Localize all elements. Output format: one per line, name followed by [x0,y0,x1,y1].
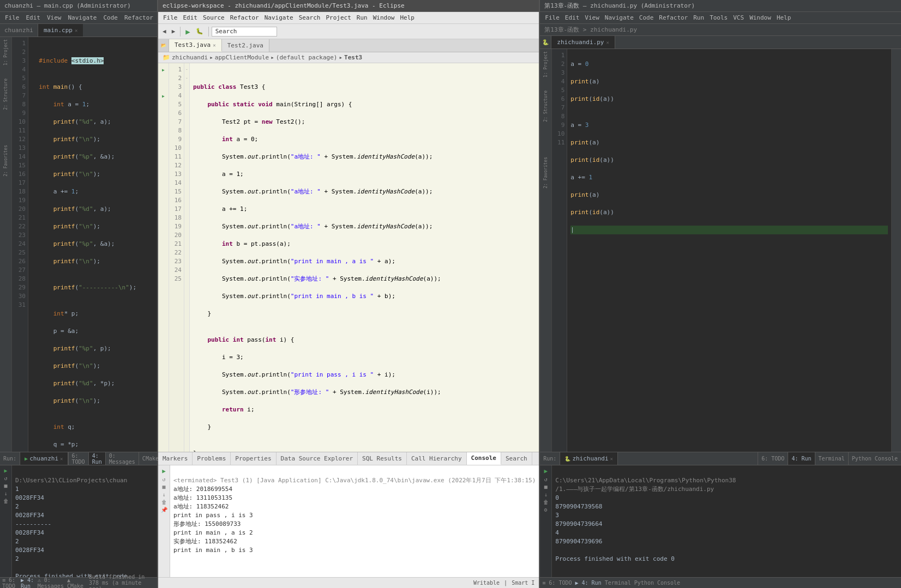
ec-console-tab[interactable]: Console [467,452,501,465]
py-project-icon[interactable]: 1: Project [543,51,548,77]
py-console-tab[interactable]: Python Console [848,452,901,465]
clion-run-tab-active[interactable]: ▶ chuanzhi ✕ [20,452,68,465]
clion-menu-code[interactable]: Code [100,14,121,22]
clion-menu-edit[interactable]: Edit [23,14,44,22]
py-menu-vcs[interactable]: VCS [730,14,747,22]
clion-menu-file[interactable]: File [2,14,22,22]
clion-tab-main[interactable]: main.cpp ✕ [38,24,83,37]
ec-menu-search[interactable]: Search [296,14,323,22]
clion-todo-status[interactable]: ≡ 6: TODO [2,577,17,589]
ec-run-pin[interactable]: 📌 [161,507,167,513]
run-rerun-btn[interactable]: ↺ [4,475,7,481]
py-pyconsole-status[interactable]: Python Console [634,580,680,586]
py-terminal-tab[interactable]: Terminal [815,452,848,465]
clion-build-status: Build finished in 378 ms (a minute ago) [89,574,155,588]
run-play-btn[interactable]: ▶ [4,468,7,474]
ec-run-rerun[interactable]: ↺ [162,476,165,482]
py-favorites-icon[interactable]: 2: Favorites [543,157,548,189]
python-code[interactable]: a = 0 print(a) print(id(a)) a = 3 print(… [567,49,891,452]
clion-structure-icon[interactable]: 2: Structure [3,78,8,110]
py-menu-run[interactable]: Run [690,14,707,22]
ec-menu-source[interactable]: Source [200,14,227,22]
clion-title-bar: chuanzhi – main.cpp (Administrator) [0,0,157,12]
clion-menu-navigate[interactable]: Navigate [65,14,100,22]
clion-cmake-status[interactable]: ▲ CMake [67,577,83,589]
eclipse-tab3-close[interactable]: ✕ [213,43,215,48]
py-run-play[interactable]: ▶ [544,468,548,475]
py-menu-help[interactable]: Help [774,14,794,22]
ec-datasource-tab[interactable]: Data Source Explorer [277,452,358,465]
py-menu-file[interactable]: File [542,14,562,22]
ec-run-clear[interactable]: 🗑 [161,499,167,505]
py-run-scroll[interactable]: ↓ [544,492,548,498]
ec-menu-file[interactable]: File [160,14,181,22]
py-menu-code[interactable]: Code [636,14,657,22]
run-clear-btn[interactable]: 🗑 [3,498,9,504]
ec-properties-tab[interactable]: Properties [231,452,276,465]
ec-run-scroll[interactable]: ↓ [162,492,165,498]
py-menu-tools[interactable]: Tools [707,14,730,22]
clion-msg-status[interactable]: ⚠ 0: Messages [38,577,64,589]
eclipse-tab-bar: 📂 Test3.java ✕ Test2.java [158,39,539,52]
clion-code[interactable]: #include <stdio.h> int main() { int a = … [28,37,157,452]
py-run-clear[interactable]: 🗑 [543,499,549,505]
eclipse-code[interactable]: public class Test3 { public static void … [190,63,539,452]
py-menu-view[interactable]: View [582,14,602,22]
eclipse-tab-test3[interactable]: Test3.java ✕ [169,39,222,52]
ec-menu-run[interactable]: Run [354,14,370,22]
clion-messages-tab[interactable]: 0: Messages [105,452,139,465]
ec-search-input-area[interactable]: Search [212,27,277,37]
py-menu-refactor[interactable]: Refactor [656,14,690,22]
eclipse-tab-test2[interactable]: Test2.java [222,39,269,52]
ec-run-play[interactable]: ▶ [162,468,166,475]
clion-menu-refactor[interactable]: Refactor [122,14,156,22]
py-run-settings[interactable]: ⚙ [544,507,548,513]
py-menu-edit[interactable]: Edit [562,14,582,22]
ec-run-btn[interactable]: ▶ [183,26,192,37]
ec-markers-tab[interactable]: Markers [158,452,193,465]
breadcrumb-zhichuandi[interactable]: zhichuandi [172,54,208,61]
py-run-rerun[interactable]: ↺ [544,476,548,482]
ec-menu-navigate[interactable]: Navigate [262,14,296,22]
clion-run-tab-label[interactable]: 4: Run [88,452,105,465]
run-stop-btn[interactable]: ■ [4,483,7,489]
clion-todo-tab[interactable]: 6: TODO [68,452,88,465]
ec-toolbar-forward[interactable]: ▶ [170,27,178,36]
run-scroll-btn[interactable]: ↓ [4,490,7,496]
ec-problems-tab[interactable]: Problems [193,452,231,465]
py-todo-tab[interactable]: 6: TODO [758,452,788,465]
ec-menu-edit[interactable]: Edit [181,14,201,22]
ec-run-stop[interactable]: ■ [162,484,165,490]
py-run-status[interactable]: ▶ 4: Run [575,580,601,586]
py-todo-status[interactable]: ≡ 6: TODO [542,580,572,586]
ec-debug-btn[interactable]: 🐛 [194,27,206,36]
python-title: 第13章-函数 – zhichuandi.py (Administrator) [544,2,695,10]
clion-run-status[interactable]: ▶ 4: Run [21,577,34,589]
clion-menu-view[interactable]: View [44,14,64,22]
ec-callhierarchy-tab[interactable]: Call Hierarchy [407,452,467,465]
py-run-tab-label[interactable]: 4: Run [788,452,814,465]
ec-menu-help[interactable]: Help [397,14,417,22]
eclipse-breadcrumb: 📁 zhichuandi ▸ appClientModule ▸ (defaul… [158,52,539,63]
ec-toolbar-back[interactable]: ◀ [160,27,169,36]
breadcrumb-module[interactable]: appClientModule [215,54,269,61]
py-menu-navigate[interactable]: Navigate [602,14,636,22]
py-run-stop[interactable]: ■ [544,484,548,490]
ec-sql-tab[interactable]: SQL Results [358,452,407,465]
breadcrumb-test3[interactable]: Test3 [344,54,362,61]
python-tab-close[interactable]: ✕ [606,40,609,45]
clion-project-label: chuanzhi [0,24,38,37]
ec-search-tab[interactable]: Search [501,452,532,465]
ec-menu-project[interactable]: Project [323,14,353,22]
py-menu-window[interactable]: Window [747,14,774,22]
py-run-tab-active[interactable]: 🐍 zhichuandi ✕ [560,452,618,465]
clion-favorites-icon[interactable]: 2: Favorites [3,145,8,177]
clion-tab-close[interactable]: ✕ [75,28,77,33]
breadcrumb-package[interactable]: (default package) [276,54,338,61]
py-terminal-status[interactable]: Terminal [605,580,631,586]
py-structure-icon[interactable]: 2: Structure [543,90,548,122]
ec-menu-refactor[interactable]: Refactor [227,14,262,22]
ec-menu-window[interactable]: Window [370,14,398,22]
clion-project-icon[interactable]: 1: Project [3,39,8,65]
python-tab-zhichuandi[interactable]: zhichuandi.py ✕ [551,36,615,49]
